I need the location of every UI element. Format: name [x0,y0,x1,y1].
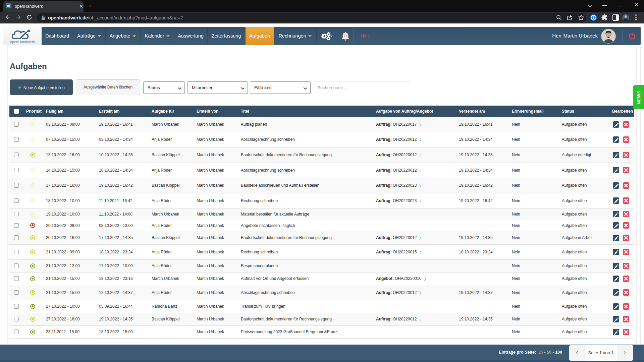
svg-text:11: 11 [343,34,347,38]
